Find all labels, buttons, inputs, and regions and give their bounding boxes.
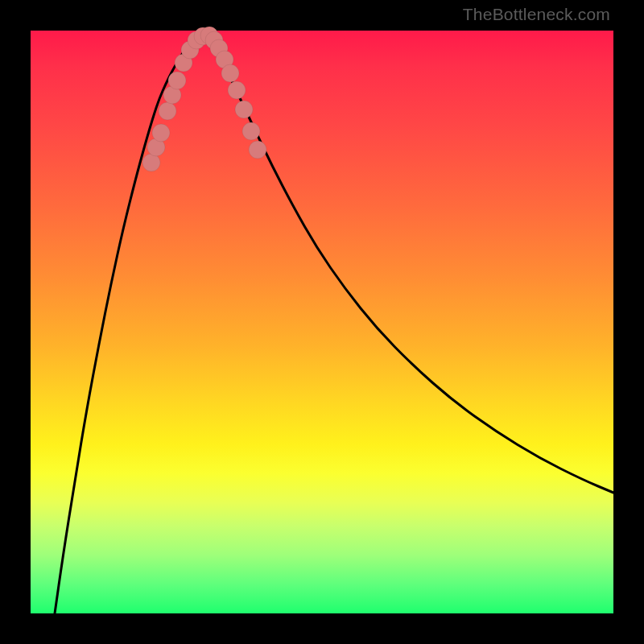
scatter-dot — [142, 154, 160, 171]
scatter-dot — [152, 124, 170, 142]
scatter-dot — [159, 102, 176, 120]
watermark-text: TheBottleneck.com — [463, 5, 610, 24]
scatter-dot — [168, 72, 186, 89]
scatter-dot — [249, 141, 266, 159]
scatter-dot — [235, 101, 253, 118]
scatter-dots-group — [142, 27, 266, 171]
chart-frame: TheBottleneck.com — [0, 0, 644, 644]
chart-svg — [31, 31, 613, 613]
scatter-dot — [242, 122, 260, 140]
curve-right-branch — [200, 34, 613, 493]
scatter-dot — [221, 64, 239, 82]
scatter-dot — [228, 81, 246, 99]
curve-left-branch — [55, 34, 200, 613]
